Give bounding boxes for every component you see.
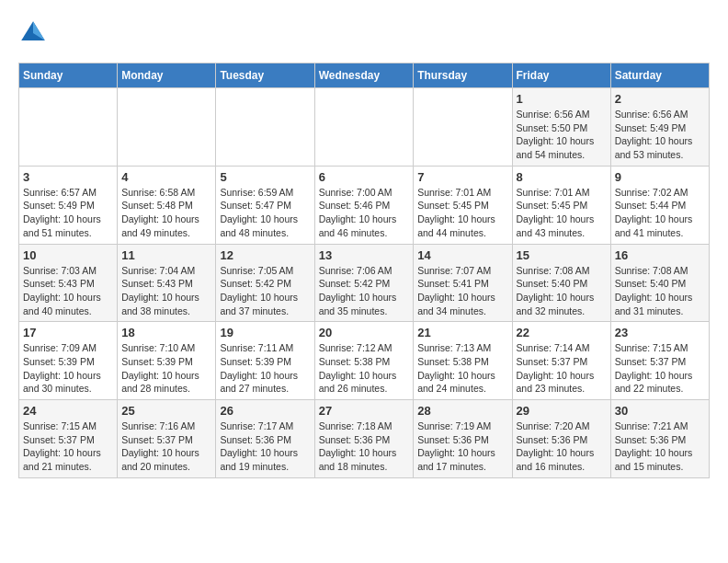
weekday-header: Wednesday — [314, 63, 414, 88]
day-number: 25 — [121, 404, 211, 418]
calendar-cell: 7Sunrise: 7:01 AM Sunset: 5:45 PM Daylig… — [414, 166, 512, 244]
day-number: 1 — [517, 92, 607, 106]
day-info: Sunrise: 7:12 AM Sunset: 5:38 PM Dayligh… — [319, 341, 410, 396]
calendar-cell: 3Sunrise: 6:57 AM Sunset: 5:49 PM Daylig… — [19, 166, 118, 244]
day-number: 3 — [23, 170, 113, 184]
calendar-cell: 21Sunrise: 7:13 AM Sunset: 5:38 PM Dayli… — [414, 322, 512, 400]
day-number: 20 — [319, 326, 410, 339]
day-number: 30 — [615, 404, 705, 418]
day-number: 11 — [121, 248, 211, 262]
weekday-header: Thursday — [414, 63, 512, 88]
calendar-cell: 20Sunrise: 7:12 AM Sunset: 5:38 PM Dayli… — [314, 322, 414, 400]
calendar: SundayMondayTuesdayWednesdayThursdayFrid… — [18, 63, 710, 478]
weekday-header: Friday — [512, 63, 610, 88]
day-info: Sunrise: 7:14 AM Sunset: 5:37 PM Dayligh… — [517, 341, 607, 396]
day-number: 26 — [220, 404, 310, 418]
day-info: Sunrise: 7:08 AM Sunset: 5:40 PM Dayligh… — [615, 264, 705, 318]
calendar-cell — [314, 88, 414, 167]
calendar-cell: 18Sunrise: 7:10 AM Sunset: 5:39 PM Dayli… — [118, 322, 216, 400]
day-number: 9 — [615, 170, 705, 184]
day-number: 19 — [220, 326, 310, 339]
day-info: Sunrise: 7:00 AM Sunset: 5:46 PM Dayligh… — [319, 186, 410, 240]
calendar-cell — [19, 88, 118, 167]
day-info: Sunrise: 6:56 AM Sunset: 5:50 PM Dayligh… — [517, 108, 607, 162]
day-info: Sunrise: 7:18 AM Sunset: 5:36 PM Dayligh… — [319, 419, 410, 474]
day-number: 10 — [23, 248, 113, 262]
day-number: 17 — [23, 326, 113, 339]
day-info: Sunrise: 7:15 AM Sunset: 5:37 PM Dayligh… — [615, 341, 705, 396]
day-info: Sunrise: 7:13 AM Sunset: 5:38 PM Dayligh… — [417, 341, 507, 396]
weekday-header: Monday — [118, 63, 216, 88]
calendar-cell — [216, 88, 314, 167]
day-number: 7 — [417, 170, 507, 184]
day-info: Sunrise: 7:01 AM Sunset: 5:45 PM Dayligh… — [517, 186, 607, 240]
calendar-cell: 19Sunrise: 7:11 AM Sunset: 5:39 PM Dayli… — [216, 322, 314, 400]
day-number: 14 — [417, 248, 507, 262]
day-info: Sunrise: 7:06 AM Sunset: 5:42 PM Dayligh… — [319, 264, 410, 318]
day-info: Sunrise: 7:09 AM Sunset: 5:39 PM Dayligh… — [23, 341, 113, 396]
calendar-cell: 15Sunrise: 7:08 AM Sunset: 5:40 PM Dayli… — [512, 244, 610, 322]
calendar-cell: 2Sunrise: 6:56 AM Sunset: 5:49 PM Daylig… — [610, 88, 709, 167]
calendar-header: SundayMondayTuesdayWednesdayThursdayFrid… — [19, 63, 710, 88]
calendar-cell — [118, 88, 216, 167]
logo — [18, 18, 51, 48]
day-info: Sunrise: 7:02 AM Sunset: 5:44 PM Dayligh… — [615, 186, 705, 240]
day-info: Sunrise: 6:58 AM Sunset: 5:48 PM Dayligh… — [121, 186, 211, 240]
day-info: Sunrise: 7:15 AM Sunset: 5:37 PM Dayligh… — [23, 419, 113, 474]
day-number: 21 — [417, 326, 507, 339]
day-info: Sunrise: 6:57 AM Sunset: 5:49 PM Dayligh… — [23, 186, 113, 240]
calendar-cell: 4Sunrise: 6:58 AM Sunset: 5:48 PM Daylig… — [118, 166, 216, 244]
calendar-cell: 8Sunrise: 7:01 AM Sunset: 5:45 PM Daylig… — [512, 166, 610, 244]
day-info: Sunrise: 7:11 AM Sunset: 5:39 PM Dayligh… — [220, 341, 310, 396]
page-header — [18, 18, 710, 48]
calendar-cell: 26Sunrise: 7:17 AM Sunset: 5:36 PM Dayli… — [216, 400, 314, 478]
day-info: Sunrise: 7:08 AM Sunset: 5:40 PM Dayligh… — [517, 264, 607, 318]
calendar-cell: 1Sunrise: 6:56 AM Sunset: 5:50 PM Daylig… — [512, 88, 610, 167]
day-info: Sunrise: 7:17 AM Sunset: 5:36 PM Dayligh… — [220, 419, 310, 474]
day-info: Sunrise: 7:07 AM Sunset: 5:41 PM Dayligh… — [417, 264, 507, 318]
day-info: Sunrise: 6:59 AM Sunset: 5:47 PM Dayligh… — [220, 186, 310, 240]
day-number: 4 — [121, 170, 211, 184]
calendar-cell: 9Sunrise: 7:02 AM Sunset: 5:44 PM Daylig… — [610, 166, 709, 244]
day-info: Sunrise: 7:01 AM Sunset: 5:45 PM Dayligh… — [417, 186, 507, 240]
calendar-cell: 29Sunrise: 7:20 AM Sunset: 5:36 PM Dayli… — [512, 400, 610, 478]
day-number: 18 — [121, 326, 211, 339]
calendar-cell: 27Sunrise: 7:18 AM Sunset: 5:36 PM Dayli… — [314, 400, 414, 478]
calendar-cell: 6Sunrise: 7:00 AM Sunset: 5:46 PM Daylig… — [314, 166, 414, 244]
day-number: 16 — [615, 248, 705, 262]
calendar-cell: 17Sunrise: 7:09 AM Sunset: 5:39 PM Dayli… — [19, 322, 118, 400]
calendar-cell: 10Sunrise: 7:03 AM Sunset: 5:43 PM Dayli… — [19, 244, 118, 322]
day-info: Sunrise: 7:21 AM Sunset: 5:36 PM Dayligh… — [615, 419, 705, 474]
calendar-cell: 13Sunrise: 7:06 AM Sunset: 5:42 PM Dayli… — [314, 244, 414, 322]
calendar-cell: 16Sunrise: 7:08 AM Sunset: 5:40 PM Dayli… — [610, 244, 709, 322]
day-info: Sunrise: 7:10 AM Sunset: 5:39 PM Dayligh… — [121, 341, 211, 396]
calendar-cell: 11Sunrise: 7:04 AM Sunset: 5:43 PM Dayli… — [118, 244, 216, 322]
day-info: Sunrise: 7:19 AM Sunset: 5:36 PM Dayligh… — [417, 419, 507, 474]
day-info: Sunrise: 7:03 AM Sunset: 5:43 PM Dayligh… — [23, 264, 113, 318]
day-number: 6 — [319, 170, 410, 184]
day-number: 28 — [417, 404, 507, 418]
calendar-cell: 22Sunrise: 7:14 AM Sunset: 5:37 PM Dayli… — [512, 322, 610, 400]
calendar-cell: 5Sunrise: 6:59 AM Sunset: 5:47 PM Daylig… — [216, 166, 314, 244]
calendar-cell: 14Sunrise: 7:07 AM Sunset: 5:41 PM Dayli… — [414, 244, 512, 322]
day-number: 24 — [23, 404, 113, 418]
calendar-cell: 12Sunrise: 7:05 AM Sunset: 5:42 PM Dayli… — [216, 244, 314, 322]
day-info: Sunrise: 7:16 AM Sunset: 5:37 PM Dayligh… — [121, 419, 211, 474]
day-number: 27 — [319, 404, 410, 418]
logo-icon — [18, 18, 48, 48]
day-number: 15 — [517, 248, 607, 262]
calendar-cell: 24Sunrise: 7:15 AM Sunset: 5:37 PM Dayli… — [19, 400, 118, 478]
day-number: 8 — [517, 170, 607, 184]
day-number: 23 — [615, 326, 705, 339]
day-info: Sunrise: 7:04 AM Sunset: 5:43 PM Dayligh… — [121, 264, 211, 318]
day-info: Sunrise: 6:56 AM Sunset: 5:49 PM Dayligh… — [615, 108, 705, 162]
calendar-cell: 30Sunrise: 7:21 AM Sunset: 5:36 PM Dayli… — [610, 400, 709, 478]
calendar-cell: 28Sunrise: 7:19 AM Sunset: 5:36 PM Dayli… — [414, 400, 512, 478]
day-number: 29 — [517, 404, 607, 418]
day-info: Sunrise: 7:20 AM Sunset: 5:36 PM Dayligh… — [517, 419, 607, 474]
calendar-cell: 25Sunrise: 7:16 AM Sunset: 5:37 PM Dayli… — [118, 400, 216, 478]
day-info: Sunrise: 7:05 AM Sunset: 5:42 PM Dayligh… — [220, 264, 310, 318]
calendar-cell: 23Sunrise: 7:15 AM Sunset: 5:37 PM Dayli… — [610, 322, 709, 400]
weekday-header: Saturday — [610, 63, 709, 88]
weekday-header: Sunday — [19, 63, 118, 88]
